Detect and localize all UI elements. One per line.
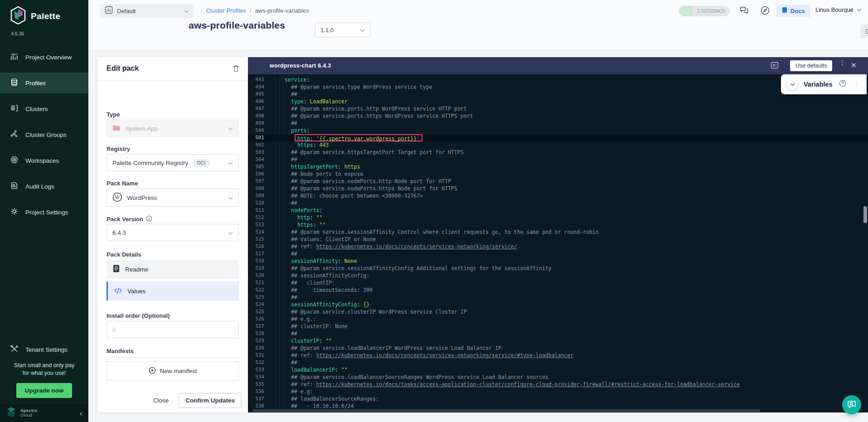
code-line[interactable]: 498## @param service.ports.https WordPre… [248, 112, 868, 120]
user-menu[interactable]: Linus Bourque [815, 6, 862, 13]
code-line[interactable]: 536## e.g: [248, 388, 868, 395]
sidebar-item-profiles[interactable]: Profiles [0, 73, 88, 93]
sidebar-item-workspaces[interactable]: Workspaces [0, 150, 88, 171]
code-line[interactable]: 497## @param service.ports.http WordPres… [248, 105, 868, 112]
code-line[interactable]: 538## - 10.10.10.0/24 [248, 403, 868, 409]
code-line[interactable]: 525## @param service.clusterIP WordPress… [248, 308, 868, 315]
code-icon [114, 287, 122, 295]
code-line[interactable]: 519## @param service.sessionAffinityConf… [248, 265, 868, 272]
diff-view-icon[interactable] [771, 62, 779, 71]
profile-version-select[interactable]: 1.1.0 [315, 23, 370, 37]
code-line[interactable]: 532## [248, 359, 868, 366]
horizontal-scrollbar-thumb[interactable] [252, 409, 760, 412]
highlighted-variable[interactable]: http: '{{.spectro.var.wordpress_port}}' [295, 134, 422, 141]
workspaces-icon [10, 155, 19, 165]
sidebar-item-audit-logs[interactable]: Audit Logs [0, 176, 88, 197]
support-chat-button[interactable] [842, 395, 861, 414]
code-line[interactable]: 513https: "" [248, 221, 868, 228]
tenant-nav: Tenant Settings [0, 339, 88, 365]
code-line[interactable]: 510## [248, 199, 868, 207]
confirm-updates-button[interactable]: Confirm Updates [179, 393, 242, 408]
code-line[interactable]: 534## @param service.loadBalancerSourceR… [248, 373, 868, 381]
new-manifest-button[interactable]: New manifest [107, 361, 239, 381]
code-line[interactable]: 512http: "" [248, 214, 868, 221]
code-line[interactable]: 524sessionAffinityConfig: {} [248, 301, 868, 308]
sidebar-item-project-overview[interactable]: Project Overview [0, 47, 88, 68]
code-line[interactable]: 531## ref: https://kubernetes.io/docs/co… [248, 352, 868, 359]
breadcrumb-cluster-profiles[interactable]: Cluster Profiles [206, 7, 246, 14]
code-line[interactable]: 529clusterIP: "" [248, 337, 868, 344]
code-line[interactable]: 530## @param service.loadBalancerIP Word… [248, 344, 868, 352]
horizontal-scrollbar[interactable] [248, 409, 868, 412]
code-line[interactable]: 503## @param service.httpsTargetPort Tar… [248, 149, 868, 156]
sidebar-item-tenant-settings[interactable]: Tenant Settings [0, 339, 88, 360]
editor-kebab-icon[interactable]: ⋮ [839, 61, 844, 64]
code-line[interactable]: 495## [248, 91, 868, 98]
code-line[interactable]: 537## loadBalancerSourceRanges: [248, 395, 868, 403]
code-line[interactable]: 523## [248, 294, 868, 301]
use-defaults-button[interactable]: Use defaults [790, 60, 832, 71]
code-line[interactable]: 505httpsTargetPort: https [248, 163, 868, 170]
code-line[interactable]: 493service: [248, 76, 868, 83]
code-line[interactable]: 494## @param service.type WordPress serv… [248, 83, 868, 91]
help-circle-icon[interactable] [839, 80, 846, 89]
pack-version-select[interactable]: 6.4.3 [107, 224, 239, 241]
code-line[interactable]: 499## [248, 120, 868, 127]
code-line[interactable]: 535## ref: https://kubernetes.io/docs/ta… [248, 381, 868, 388]
code-editor-area[interactable]: 493service:494## @param service.type Wor… [248, 74, 868, 409]
variables-kebab-icon[interactable]: ⋮ [853, 83, 857, 86]
code-line[interactable]: 533loadBalancerIP: "" [248, 366, 868, 373]
code-line[interactable]: 527## clusterIP: None [248, 323, 868, 330]
breadcrumb: / Cluster Profiles / aws-profile-variabl… [201, 7, 309, 14]
trash-icon[interactable] [232, 64, 240, 74]
code-line[interactable]: 520## sessionAffinityConfig: [248, 272, 868, 279]
sidebar-footer: Spectro Cloud ‹ [0, 404, 88, 422]
code-line[interactable]: 522## timeoutSeconds: 300 [248, 286, 868, 294]
sidebar-item-cluster-groups[interactable]: Cluster Groups [0, 124, 88, 145]
code-line[interactable]: 516## ref: https://kubernetes.io/docs/co… [248, 243, 868, 250]
code-line[interactable]: 507## @param service.nodePorts.http Node… [248, 178, 868, 185]
code-line[interactable]: 508## @param service.nodePorts.https Nod… [248, 185, 868, 192]
collapse-sidebar-icon[interactable]: ‹ [80, 409, 82, 417]
registry-select[interactable]: Palette Community Registry OCI [107, 154, 239, 171]
code-line[interactable]: 502https: 443 [248, 141, 868, 149]
close-button[interactable]: Close [148, 393, 175, 407]
top-header: Default / Cluster Profiles / aws-profile… [88, 0, 868, 50]
code-line[interactable]: 496type: LoadBalancer [248, 98, 868, 105]
code-line[interactable]: 518sessionAffinity: None [248, 257, 868, 265]
code-line[interactable]: 500ports: [248, 127, 868, 134]
code-line[interactable]: 511nodePorts: [248, 207, 868, 214]
readme-tab[interactable]: Readme [107, 260, 239, 279]
sidebar-item-clusters[interactable]: Clusters [0, 98, 88, 119]
code-line[interactable]: 515## Values: ClientIP or None [248, 236, 868, 243]
code-line[interactable]: 517## [248, 250, 868, 257]
code-line[interactable]: 526## e.g.: [248, 315, 868, 323]
code-line[interactable]: 504## [248, 156, 868, 163]
audit-log-icon [10, 181, 19, 191]
sidebar-item-project-settings[interactable]: Project Settings [0, 202, 88, 223]
vertical-scrollbar-thumb[interactable] [863, 206, 867, 223]
variables-title: Variables [804, 81, 833, 88]
chat-icon[interactable] [739, 5, 751, 17]
document-icon [113, 265, 120, 274]
variables-collapse-button[interactable] [786, 78, 798, 90]
code-line[interactable]: 521## clientIP: [248, 279, 868, 286]
code-line[interactable]: 528## [248, 330, 868, 337]
project-scope-select[interactable]: Default [100, 4, 194, 18]
deploy-button[interactable]: Deploy [860, 24, 868, 38]
install-order-input[interactable] [107, 321, 239, 338]
code-line[interactable]: 509## NOTE: choose port between <30000-3… [248, 192, 868, 199]
chevron-down-icon [228, 194, 233, 201]
editor-close-icon[interactable]: ✕ [851, 61, 857, 69]
edit-pack-panel: Edit pack Type System App Registry Palet… [97, 57, 248, 412]
upgrade-now-button[interactable]: Upgrade now [16, 383, 72, 398]
values-tab[interactable]: Values [107, 281, 239, 301]
code-line[interactable]: 501http: '{{.spectro.var.wordpress_port}… [248, 134, 868, 141]
pack-name-select[interactable]: W WordPress [107, 189, 239, 207]
code-line[interactable]: 506## Node ports to expose [248, 170, 868, 178]
edit-pack-header: Edit pack [97, 57, 248, 81]
code-line[interactable]: 514## @param service.sessionAffinity Con… [248, 228, 868, 236]
docs-button[interactable]: Docs [776, 5, 810, 17]
sidebar-item-label: Audit Logs [25, 183, 54, 190]
compass-icon[interactable] [760, 5, 771, 17]
